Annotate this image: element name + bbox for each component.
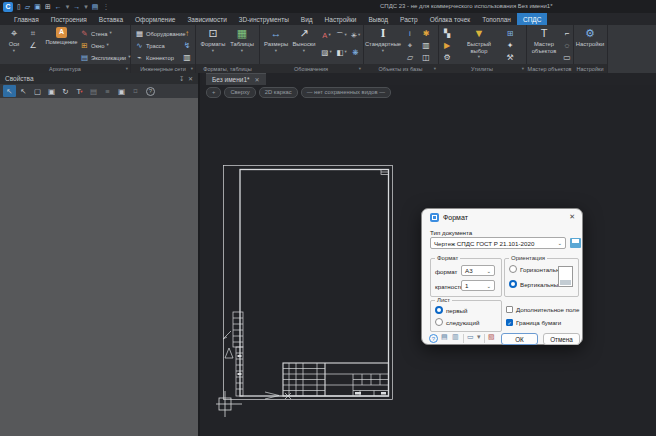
quick-select-button[interactable]: ▼ Быстрый выбор ▾: [459, 27, 499, 60]
tab-postroeniya[interactable]: Построения: [45, 13, 93, 25]
eng-tool-3-button[interactable]: ▥: [181, 52, 193, 63]
view-direction-button[interactable]: Сверху: [224, 87, 255, 98]
group-label-object-master[interactable]: Мастер объектов: [526, 64, 573, 73]
tab-zavisimosti[interactable]: Зависимости: [181, 13, 232, 25]
formats-button[interactable]: ⊡ Форматы ▾: [200, 27, 226, 53]
mark-node-button[interactable]: ✳▾: [348, 28, 363, 43]
standard-parts-button[interactable]: I Стандартные ▾: [366, 27, 400, 53]
undo-icon[interactable]: ←: [55, 3, 62, 10]
group-label-annotations[interactable]: Обозначения: [259, 64, 363, 73]
object-master-button[interactable]: Т Мастер объектов: [528, 27, 560, 54]
tab-nastroyki[interactable]: Настройки: [319, 13, 363, 25]
redo-menu-icon[interactable]: ▾: [84, 3, 88, 10]
group-label-formats-tables[interactable]: Форматы, таблицы: [196, 64, 259, 73]
tab-rastr[interactable]: Растр: [394, 13, 424, 25]
visual-style-button[interactable]: 2D каркас: [259, 87, 298, 98]
group-expand-icon[interactable]: ▾: [126, 66, 128, 71]
group-expand-icon[interactable]: ▾: [522, 66, 524, 71]
master-clamp-button[interactable]: ⌐: [561, 28, 573, 39]
group-label-utilities[interactable]: Утилиты: [438, 64, 526, 73]
close-icon[interactable]: ✕: [569, 213, 575, 221]
help-icon[interactable]: ?: [429, 334, 438, 343]
help-icon[interactable]: ?: [146, 87, 155, 96]
group-expand-icon[interactable]: ▾: [191, 66, 193, 71]
group-label-base-objects[interactable]: Объекты из базы: [363, 64, 438, 73]
hatch-button[interactable]: ▨▾: [319, 45, 334, 60]
mark-letter-button[interactable]: А▾: [319, 28, 334, 43]
first-sheet-radio[interactable]: первый: [435, 306, 467, 314]
template-page-icon[interactable]: ▤: [441, 333, 448, 341]
select-rect-button[interactable]: ▢: [31, 85, 44, 97]
extra-field-checkbox[interactable]: Дополнительное поле: [506, 306, 579, 313]
tab-topoplan[interactable]: Топоплан: [476, 13, 517, 25]
vertical-radio[interactable]: Вертикальный: [509, 280, 562, 288]
save-template-icon[interactable]: [570, 238, 581, 248]
util-grid-button[interactable]: ▚: [441, 28, 453, 39]
layout-page-icon[interactable]: ▥: [452, 333, 459, 341]
leaders-button[interactable]: ↗ Выноски ▾: [291, 27, 317, 53]
eng-tool-2-button[interactable]: ↯: [181, 40, 193, 51]
copy-props-button[interactable]: ▤: [87, 85, 100, 97]
app-logo[interactable]: С: [3, 2, 13, 12]
group-expand-icon[interactable]: ▾: [359, 66, 361, 71]
tables-button[interactable]: ▦ Таблицы ▾: [229, 27, 255, 53]
tab-oformlenie[interactable]: Оформление: [129, 13, 181, 25]
cancel-button[interactable]: Отмена: [543, 333, 580, 345]
symbol-button[interactable]: ❋: [348, 45, 363, 60]
base-probe-button[interactable]: ⌖: [404, 40, 416, 51]
axes-button[interactable]: ⌖ Оси ▾: [3, 27, 25, 53]
axis-grid-button[interactable]: ⌗: [27, 28, 39, 39]
save-all-icon[interactable]: ⊞: [45, 3, 51, 10]
dimensions-button[interactable]: ↔ Размеры ▾: [263, 27, 289, 53]
paper-border-checkbox[interactable]: ✓ Граница бумаги: [506, 319, 561, 326]
redo-icon[interactable]: →: [73, 3, 80, 10]
save-icon[interactable]: ▣: [34, 3, 41, 10]
explication-button[interactable]: ▤ Экспликации ▾: [80, 52, 130, 63]
tab-vyvod[interactable]: Вывод: [362, 13, 394, 25]
base-info-button[interactable]: i: [404, 28, 416, 39]
master-search-button[interactable]: ◌: [561, 40, 573, 51]
units-icon[interactable]: ▭: [467, 333, 474, 341]
document-tab[interactable]: Без имени1* ✕: [206, 73, 266, 85]
util-hammer-button[interactable]: ⚒: [504, 52, 516, 63]
print-icon[interactable]: ▤: [92, 3, 99, 10]
window-button[interactable]: ⊞ Окно ▾: [80, 40, 109, 51]
room-button[interactable]: A Помещение: [45, 27, 78, 46]
chevron-down-icon[interactable]: ▾: [477, 333, 481, 341]
close-icon[interactable]: ✕: [188, 75, 193, 82]
extra-props-button[interactable]: ⌑: [129, 85, 142, 97]
base-tool-1-button[interactable]: ✱: [420, 28, 432, 39]
format-select[interactable]: A3 ⌄: [461, 265, 495, 276]
tab-3d-instrumenty[interactable]: 3D-инструменты: [233, 13, 295, 25]
base-tool-3-button[interactable]: ◫: [420, 52, 432, 63]
multiplicity-select[interactable]: 1 ⌄: [461, 280, 495, 291]
connector-button[interactable]: ⌁ Коннектор: [135, 52, 174, 63]
mark-arc-button[interactable]: ⌒▾: [334, 28, 349, 43]
axis-angle-button[interactable]: ∠: [27, 40, 39, 51]
pin-icon[interactable]: ↧: [179, 75, 184, 82]
section-button[interactable]: ◧▾: [334, 45, 349, 60]
undo-menu-icon[interactable]: ▾: [66, 3, 70, 10]
group-expand-icon[interactable]: ▾: [434, 66, 436, 71]
doc-type-select[interactable]: Чертеж СПДС ГОСТ Р 21.101-2020 ⌄: [430, 237, 566, 249]
util-squares-button[interactable]: ⊞: [504, 28, 516, 39]
util-gear-button[interactable]: ⚙: [441, 52, 453, 63]
export-icon[interactable]: ▧: [488, 333, 495, 341]
equipment-button[interactable]: ▦ Оборудование: [135, 28, 185, 39]
close-icon[interactable]: ✕: [255, 76, 260, 83]
new-file-icon[interactable]: ▯: [17, 3, 21, 10]
util-run-button[interactable]: ▶: [441, 40, 453, 51]
settings-button[interactable]: ⚙ Настройки: [575, 27, 605, 48]
highlight-button[interactable]: ▣: [115, 85, 128, 97]
properties-body[interactable]: [0, 98, 198, 436]
eng-tool-1-button[interactable]: ↑: [181, 28, 193, 39]
tab-oblaka-tochek[interactable]: Облака точек: [424, 13, 477, 25]
tab-vid[interactable]: Вид: [295, 13, 319, 25]
next-sheet-radio[interactable]: следующий: [435, 318, 479, 326]
group-label-settings[interactable]: Настройки: [573, 64, 607, 73]
ok-button[interactable]: ОК: [501, 333, 538, 345]
tab-spds-active[interactable]: СПДС: [517, 13, 547, 25]
refresh-button[interactable]: ↻: [59, 85, 72, 97]
route-button[interactable]: ∿ Трасса: [135, 40, 165, 51]
more-icon[interactable]: ⋮: [102, 3, 109, 10]
